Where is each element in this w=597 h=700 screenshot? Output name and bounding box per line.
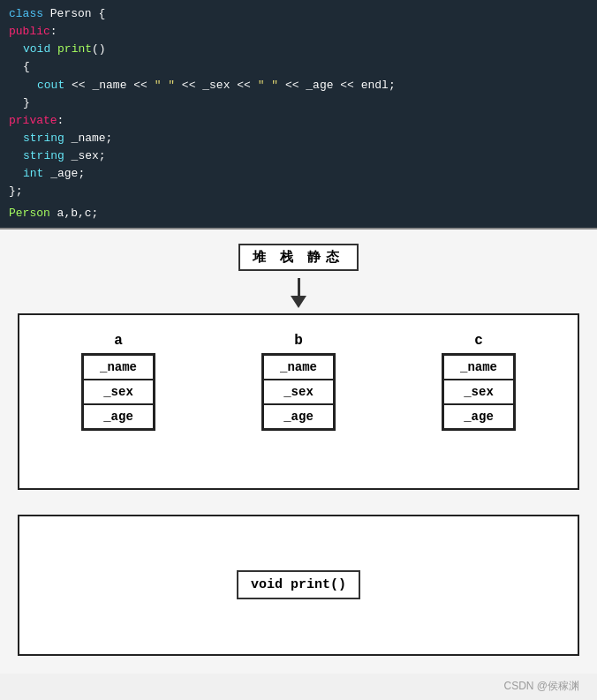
code-line-4: { (9, 58, 588, 76)
code-line-8: string _name; (9, 130, 588, 147)
diagram-section: 堆 栈 静态 a _name _sex _age b _name _sex _a… (0, 230, 597, 515)
stack-label-text: 堆 栈 静态 (253, 249, 344, 264)
code-token: { (23, 58, 30, 76)
object-a-box: _name _sex _age (81, 353, 155, 431)
object-b-field-age: _age (263, 404, 334, 429)
code-token (50, 41, 57, 58)
code-token: }; (9, 183, 23, 200)
object-c-field-age: _age (443, 404, 514, 429)
arrow-head-down-icon (291, 296, 306, 308)
object-b-box: _name _sex _age (261, 353, 336, 431)
watermark: CSDN @侯稼渊 (0, 674, 597, 697)
object-a-field-sex: _sex (83, 380, 154, 404)
code-token: class (9, 5, 50, 23)
code-line-5: cout << _name << " " << _sex << " " << _… (9, 77, 588, 94)
code-line-global: Person a,b,c; (9, 205, 588, 222)
code-token: _sex; (64, 147, 106, 165)
code-editor: class Person { public: void print() { co… (0, 0, 597, 230)
object-b: b _name _sex _age (261, 333, 336, 431)
code-line-10: int _age; (9, 165, 588, 183)
code-line-7: private: (9, 112, 588, 130)
code-line-1: class Person { (9, 5, 588, 23)
code-token: private (9, 112, 57, 130)
code-line-6: } (9, 94, 588, 112)
code-token: } (23, 94, 30, 112)
code-token: << _name << (64, 77, 154, 94)
code-token: a,b,c; (50, 205, 99, 222)
code-token: public (9, 23, 50, 41)
object-c-field-sex: _sex (443, 380, 514, 404)
arrow-line-vertical (298, 278, 300, 296)
code-token: string (23, 130, 64, 147)
code-line-3: void print() (9, 41, 588, 58)
object-c: c _name _sex _age (442, 333, 516, 431)
code-token: << _age << endl; (278, 77, 396, 94)
object-a-field-age: _age (83, 404, 154, 429)
code-token: print (57, 41, 92, 58)
code-token: string (23, 147, 64, 165)
code-token: int (23, 165, 43, 183)
void-print-label: void print() (251, 577, 346, 592)
arrow-down (291, 278, 306, 308)
void-print-box: void print() (237, 570, 360, 599)
object-a: a _name _sex _age (81, 333, 155, 431)
code-token: _age; (43, 165, 85, 183)
code-token: " " (155, 77, 175, 94)
object-c-label: c (474, 333, 483, 349)
code-token: () (92, 41, 106, 58)
code-line-11: }; (9, 183, 588, 200)
object-b-field-sex: _sex (263, 380, 334, 404)
code-token: : (50, 23, 57, 41)
object-b-label: b (294, 333, 303, 349)
code-area-box: void print() (18, 515, 579, 656)
object-a-field-name: _name (83, 355, 154, 380)
code-token: void (23, 41, 50, 58)
code-token: : (57, 112, 64, 130)
heap-box: a _name _sex _age b _name _sex _age c _n… (18, 313, 579, 490)
code-area-section: void print() 公共代码区 (0, 515, 597, 674)
code-line-9: string _sex; (9, 147, 588, 165)
object-b-field-name: _name (263, 355, 334, 380)
stack-label-box: 堆 栈 静态 (238, 244, 359, 271)
stack-label-row: 堆 栈 静态 (18, 244, 579, 271)
watermark-text: CSDN @侯稼渊 (503, 680, 579, 692)
code-token: cout (37, 77, 64, 94)
object-c-box: _name _sex _age (442, 353, 516, 431)
arrow-down-container (18, 278, 579, 308)
code-line-2: public: (9, 23, 588, 41)
code-token: Person { (50, 5, 105, 23)
code-token: << _sex << (175, 77, 258, 94)
code-token: Person (9, 205, 50, 222)
code-token: " " (258, 77, 278, 94)
object-c-field-name: _name (443, 355, 514, 380)
code-token: _name; (64, 130, 113, 147)
code-area-wrapper: void print() 公共代码区 (18, 515, 579, 656)
object-a-label: a (114, 333, 123, 349)
